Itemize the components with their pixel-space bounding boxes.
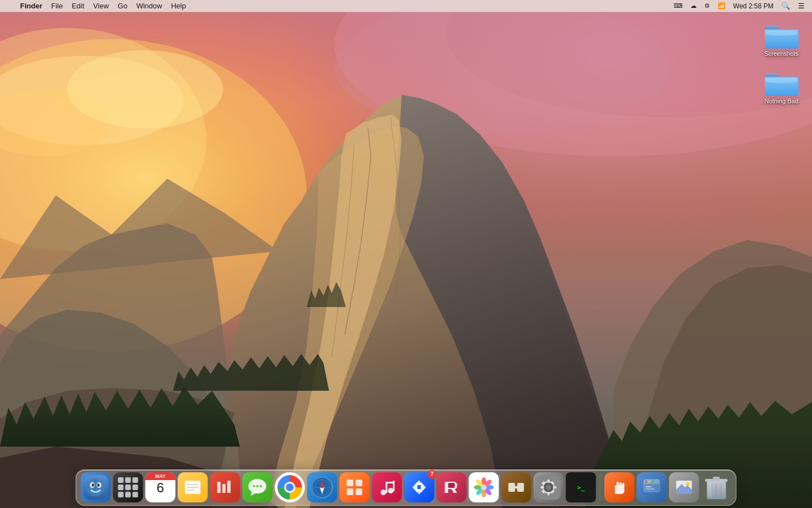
svg-point-4 [0, 28, 206, 251]
svg-rect-23 [218, 482, 221, 493]
svg-point-29 [260, 485, 262, 487]
dock-xcode[interactable] [340, 472, 370, 502]
svg-rect-24 [223, 484, 226, 493]
dock-instastats[interactable] [605, 472, 635, 502]
xcode-icon [340, 472, 370, 502]
instastats-icon [605, 472, 635, 502]
svg-point-27 [253, 485, 255, 487]
icloud-status-icon[interactable]: ☁ [688, 0, 699, 12]
svg-point-7 [335, 0, 669, 134]
nothing-bad-folder-label: Nothing Bad [765, 98, 799, 105]
cubasis-icon [210, 472, 240, 502]
datetime[interactable]: Wed 2:58 PM [731, 0, 776, 12]
menu-help[interactable]: Help [167, 0, 191, 12]
photos-icon [469, 472, 499, 502]
launchpad-icon [113, 472, 143, 502]
dock-migration[interactable] [501, 472, 531, 502]
dock-cubasis[interactable] [210, 472, 240, 502]
svg-rect-43 [386, 482, 395, 483]
svg-point-54 [481, 485, 487, 490]
dock-finder2[interactable] [637, 472, 667, 502]
svg-point-5 [335, 0, 812, 156]
appstore-icon: 7 [404, 472, 434, 502]
svg-rect-25 [228, 481, 231, 493]
calendar-date: 6 [157, 480, 164, 495]
safari-icon [307, 472, 337, 502]
dock-safari[interactable] [307, 472, 337, 502]
svg-rect-80 [713, 477, 720, 480]
dock: MAY 6 [76, 469, 737, 506]
svg-rect-36 [356, 480, 362, 486]
svg-point-9 [0, 89, 112, 156]
notes-icon [178, 472, 208, 502]
svg-point-6 [446, 0, 812, 117]
svg-point-3 [0, 39, 307, 352]
svg-point-70 [645, 481, 647, 483]
svg-point-40 [388, 488, 394, 493]
dock-calendar[interactable]: MAY 6 [146, 472, 176, 502]
keyboard-status-icon[interactable]: ⌨ [671, 0, 685, 12]
svg-rect-61 [548, 492, 550, 495]
svg-rect-0 [0, 0, 812, 508]
appstore-badge: 7 [428, 470, 437, 479]
svg-rect-37 [347, 488, 354, 495]
app-name[interactable]: Finder [16, 0, 47, 12]
dock-prefs[interactable] [534, 472, 564, 502]
script-status-icon[interactable]: ⚙ [702, 0, 713, 12]
apple-menu[interactable] [4, 0, 16, 12]
prefs-icon [534, 472, 564, 502]
svg-point-39 [381, 490, 386, 495]
dock-imageview[interactable] [669, 472, 699, 502]
menu-edit[interactable]: Edit [67, 0, 89, 12]
dock-launchpad[interactable] [113, 472, 143, 502]
svg-rect-84 [708, 482, 713, 497]
svg-rect-63 [553, 486, 557, 488]
search-icon[interactable]: 🔍 [779, 0, 793, 12]
svg-point-28 [257, 485, 259, 487]
svg-point-8 [0, 56, 184, 145]
svg-rect-73 [646, 486, 651, 487]
svg-point-59 [546, 485, 552, 490]
menu-window[interactable]: Window [132, 0, 166, 12]
finder-icon [81, 472, 111, 502]
dock-finder[interactable] [81, 472, 111, 502]
dock-terminal[interactable]: >_ [566, 472, 596, 502]
messages-icon [243, 472, 273, 502]
svg-rect-55 [509, 483, 515, 492]
svg-point-71 [649, 481, 651, 483]
svg-rect-74 [646, 488, 655, 490]
trash-icon [702, 472, 732, 502]
svg-point-17 [98, 483, 100, 487]
dock-messages[interactable] [243, 472, 273, 502]
menu-go[interactable]: Go [113, 0, 132, 12]
dock-appstore[interactable]: 7 [404, 472, 434, 502]
migration-icon [501, 472, 531, 502]
svg-rect-44 [448, 483, 455, 488]
dock-photos[interactable] [469, 472, 499, 502]
notification-icon[interactable]: ☰ [795, 0, 808, 12]
svg-rect-2 [0, 0, 812, 508]
chrome-icon [275, 472, 305, 502]
screenshots-folder[interactable]: Screenshots [759, 17, 804, 60]
dock-chrome[interactable] [275, 472, 305, 502]
menu-view[interactable]: View [89, 0, 113, 12]
dock-notes[interactable] [178, 472, 208, 502]
svg-rect-35 [347, 480, 354, 486]
menu-file[interactable]: File [47, 0, 67, 12]
terminal-icon: >_ [566, 472, 596, 502]
svg-rect-60 [548, 480, 550, 483]
svg-point-77 [687, 482, 690, 486]
wifi-status-icon[interactable]: 📶 [715, 0, 728, 12]
music-icon [372, 472, 402, 502]
dock-separator [600, 473, 601, 501]
svg-point-10 [67, 50, 223, 128]
nothing-bad-folder[interactable]: Nothing Bad [759, 64, 804, 107]
svg-point-15 [92, 483, 94, 487]
dock-trash[interactable] [702, 472, 732, 502]
calendar-month: MAY [146, 472, 176, 480]
desktop-items: Screenshots No [759, 17, 804, 107]
menubar: Finder File Edit View Go Window Help ⌨ ☁… [0, 0, 812, 12]
dock-music[interactable] [372, 472, 402, 502]
screenshots-folder-label: Screenshots [764, 50, 798, 57]
dock-reeder[interactable] [437, 472, 467, 502]
